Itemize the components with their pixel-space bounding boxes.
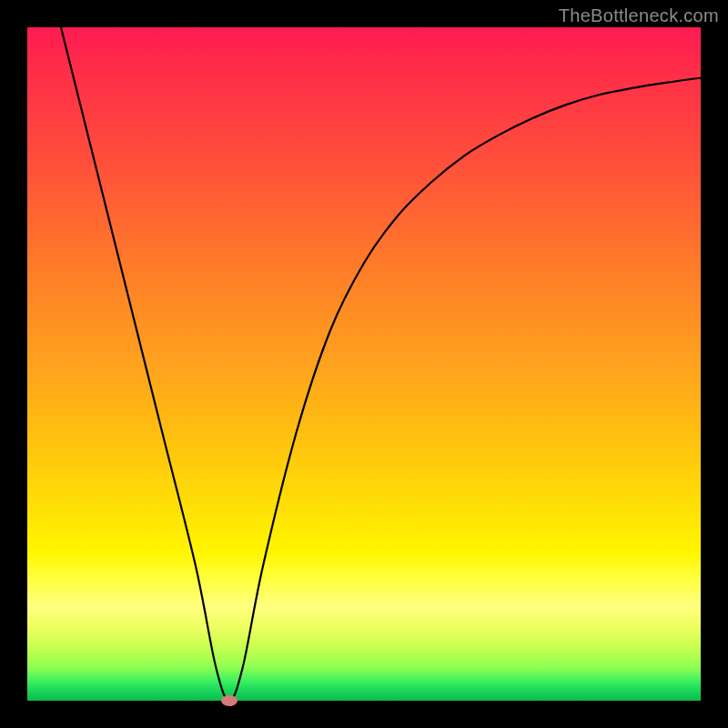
plot-area: [27, 27, 701, 701]
chart-wrapper: TheBottleneck.com: [0, 0, 728, 728]
watermark-text: TheBottleneck.com: [559, 5, 719, 26]
minimum-marker: [221, 695, 238, 706]
bottleneck-curve: [61, 27, 701, 701]
curve-svg: [27, 27, 701, 701]
